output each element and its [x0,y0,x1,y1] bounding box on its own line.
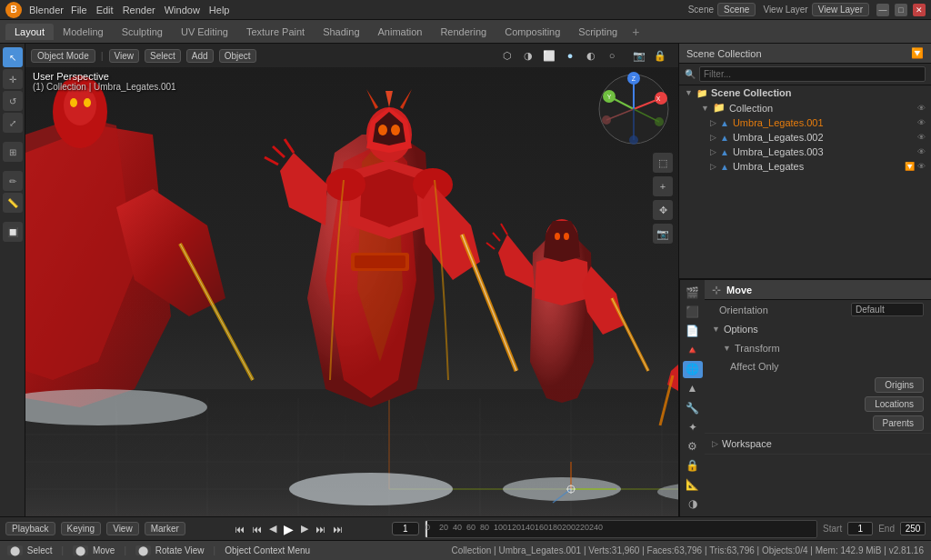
view-menu[interactable]: View [109,49,140,63]
forward-button[interactable]: ▶ [299,523,310,535]
outliner-item-scene-collection[interactable]: ▼ 📁 Scene Collection [679,85,931,100]
outliner-item-umbra-003[interactable]: ▷ ▲ Umbra_Legates.003 👁 [679,145,931,159]
jump-next-button[interactable]: ⏭ [314,524,327,535]
play-button[interactable]: ▶ [282,522,295,536]
jump-prev-button[interactable]: ⏮ [250,524,264,535]
tool-move[interactable]: ✛ [3,69,23,89]
view-layer-name[interactable]: View Layer [812,3,869,16]
end-frame-input[interactable]: 250 [900,522,926,535]
menu-render[interactable]: Render [123,5,155,15]
object-menu[interactable]: Object [219,49,256,63]
tab-compositing[interactable]: Compositing [496,24,569,40]
object-props-icon[interactable]: ▲ [683,380,703,397]
locations-button[interactable]: Locations [865,396,924,412]
viewport-camera[interactable]: 📷 [630,46,648,65]
outliner-item-umbra-base[interactable]: ▷ ▲ Umbra_Legates 🔽 👁 [679,159,931,174]
start-frame-input[interactable]: 1 [847,522,873,535]
outliner-title: Scene Collection [686,48,911,59]
world-props-icon[interactable]: 🌐 [683,361,703,378]
solid-btn[interactable]: ● [561,46,579,65]
end-label: End [878,524,895,534]
tab-layout[interactable]: Layout [5,24,54,40]
parents-button[interactable]: Parents [873,415,924,431]
current-frame-input[interactable]: 1 [392,522,419,535]
output-props-icon[interactable]: ⬛ [683,303,703,320]
close-button[interactable]: ✕ [913,4,926,16]
tool-transform[interactable]: ⊞ [3,142,23,162]
pan[interactable]: ✥ [653,200,673,220]
outliner-search-input[interactable] [699,66,926,82]
maximize-button[interactable]: □ [895,4,907,16]
view-layer-props-icon[interactable]: 📄 [683,322,703,339]
constraints-icon[interactable]: 🔒 [683,457,703,475]
material-btn[interactable]: ◐ [582,46,600,65]
visibility-toggle[interactable]: 👁 [917,133,926,142]
filter-icon[interactable]: 🔽 [905,162,915,171]
tab-scripting[interactable]: Scripting [569,24,626,40]
jump-start-button[interactable]: ⏮ [233,524,246,535]
add-menu[interactable]: Add [186,49,214,63]
menu-edit[interactable]: Edit [96,5,114,15]
jump-end-button[interactable]: ⏭ [331,524,345,535]
render-props-icon[interactable]: 🎬 [683,284,703,301]
tab-uv-editing[interactable]: UV Editing [172,24,237,40]
add-workspace-button[interactable]: + [632,25,639,39]
tool-add-cube[interactable]: 🔲 [3,222,23,242]
timeline-range[interactable]: 0 20 40 60 80 100 120 140 160 180 200 22… [425,520,817,538]
outliner-item-collection[interactable]: ▼ 📁 Collection 👁 [679,100,931,115]
modifier-props-icon[interactable]: 🔧 [683,399,703,416]
tab-rendering[interactable]: Rendering [431,24,496,40]
tab-animation[interactable]: Animation [369,24,432,40]
visibility-toggle[interactable]: 👁 [917,162,926,171]
overlay-toggle[interactable]: ⬡ [498,46,516,65]
render-btn[interactable]: ○ [603,46,621,65]
outliner-item-umbra-001[interactable]: ▷ ▲ Umbra_Legates.001 👁 [679,115,931,130]
view-dropdown[interactable]: View [106,522,139,535]
marker-dropdown[interactable]: Marker [145,522,185,535]
tool-scale[interactable]: ⤢ [3,113,23,133]
back-button[interactable]: ◀ [267,523,278,535]
visibility-toggle[interactable]: 👁 [917,118,926,127]
outliner-filter-icon[interactable]: 🔽 [911,47,924,59]
options-section-header[interactable]: ▼ Options [705,319,931,339]
marker-80: 80 [480,523,489,532]
zoom-to-fit[interactable]: ⬚ [653,153,673,173]
outliner-item-umbra-002[interactable]: ▷ ▲ Umbra_Legates.002 👁 [679,130,931,145]
workspace-section-header[interactable]: ▷ Workspace [705,434,931,454]
tab-shading[interactable]: Shading [314,24,368,40]
visibility-toggle[interactable]: 👁 [917,104,926,113]
wireframe-btn[interactable]: ⬜ [540,46,558,65]
select-menu[interactable]: Select [145,49,181,63]
marker-20: 20 [439,523,448,532]
scene-props-icon[interactable]: 🔺 [683,342,703,359]
marker-220: 220 [576,523,589,532]
keying-dropdown[interactable]: Keying [61,522,102,535]
physics-icon[interactable]: ⚙ [683,437,703,455]
menu-file[interactable]: File [71,5,87,15]
tab-texture-paint[interactable]: Texture Paint [237,24,314,40]
viewport[interactable]: Object Mode | View Select Add Object ⬡ ◑… [25,44,678,516]
data-icon[interactable]: 📐 [683,476,703,494]
minimize-button[interactable]: — [876,4,889,16]
origins-button[interactable]: Origins [875,377,924,393]
tool-rotate[interactable]: ↺ [3,91,23,111]
camera-view[interactable]: 📷 [653,224,673,244]
tab-sculpting[interactable]: Sculpting [113,24,172,40]
menu-bar: File Edit Render Window Help [71,5,230,15]
tool-measure[interactable]: 📏 [3,193,23,213]
viewport-lock[interactable]: 🔒 [651,46,669,65]
zoom-in[interactable]: + [653,176,673,196]
xray-toggle[interactable]: ◑ [519,46,537,65]
material-icon[interactable]: ◑ [683,495,703,513]
tab-modeling[interactable]: Modeling [54,24,113,40]
tool-annotate[interactable]: ✏ [3,171,23,191]
orientation-value[interactable]: Default [851,303,924,316]
menu-help[interactable]: Help [209,5,230,15]
visibility-toggle[interactable]: 👁 [917,147,926,156]
menu-window[interactable]: Window [165,5,200,15]
mode-dropdown[interactable]: Object Mode [31,49,95,63]
tool-select[interactable]: ↖ [3,47,23,67]
playback-dropdown[interactable]: Playback [5,522,55,535]
particles-icon[interactable]: ✦ [683,418,703,435]
scene-name[interactable]: Scene [717,3,756,16]
